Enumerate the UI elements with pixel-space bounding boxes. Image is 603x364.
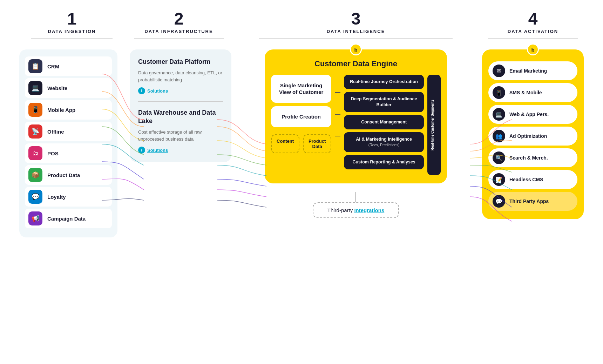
loyalty-label: Loyalty — [47, 194, 66, 200]
pos-icon: 🗂 — [28, 146, 42, 160]
segmentation-box: Deep Segmentation & Audience Builder — [344, 92, 424, 112]
cms-label: Headless CMS — [509, 177, 543, 182]
col2-divider — [134, 38, 224, 39]
platform-title: Customer Data Platform — [138, 58, 223, 66]
warehouse-desc: Cost effective storage of all raw, unpro… — [138, 129, 223, 142]
mobile-icon: 📱 — [28, 103, 42, 117]
content-box: Content — [271, 134, 299, 153]
engine-box: b Customer Data Engine Single Marketing … — [265, 49, 447, 183]
platform-section: Customer Data Platform Data governance, … — [138, 58, 223, 94]
website-icon: 💻 — [28, 81, 42, 95]
col2-number: 2 — [174, 11, 184, 27]
search-label: Search & Merch. — [509, 155, 548, 161]
col3-content: b Customer Data Engine Single Marketing … — [235, 49, 477, 218]
col3-number: 3 — [351, 11, 361, 27]
integrations-section: Third-party Integrations — [238, 192, 473, 218]
realtime-segments: Real-time Customer Segments — [427, 75, 441, 175]
campaign-label: Campaign Data — [47, 216, 86, 222]
col2-title: DATA INFRASTRUCTURE — [144, 29, 213, 34]
single-view-box: Single Marketing View of Customer — [271, 75, 331, 103]
engine-left: Single Marketing View of Customer Profil… — [271, 75, 331, 175]
col3-title: DATA INTELLIGENCE — [327, 29, 385, 34]
integrations-box: Third-party Integrations — [313, 202, 399, 218]
warehouse-solutions-link[interactable]: i Solutions — [138, 147, 223, 154]
list-item: 📱 Mobile App — [25, 100, 112, 120]
columns-header: 1 DATA INGESTION 2 DATA INFRASTRUCTURE 3… — [14, 11, 589, 39]
col4-header: 4 DATA ACTIVATION — [477, 11, 589, 39]
engine-inner: Single Marketing View of Customer Profil… — [271, 75, 441, 175]
list-item: 📦 Product Data — [25, 165, 112, 185]
col2-header: 2 DATA INFRASTRUCTURE — [123, 11, 235, 39]
thirdparty-label: Third Party Apps — [509, 198, 549, 204]
platform-desc: Data governance, data cleansing, ETL, or… — [138, 69, 223, 83]
product-icon: 📦 — [28, 168, 42, 182]
engine-title: Customer Data Engine — [271, 59, 441, 68]
crm-icon: 📋 — [28, 59, 42, 73]
dash-connectors — [335, 75, 340, 175]
list-item: 📋 CRM — [25, 56, 112, 76]
infra-box: Customer Data Platform Data governance, … — [130, 49, 231, 162]
warehouse-title: Data Warehouse and Data Lake — [138, 109, 223, 125]
engine-right: Real-time Journey Orchestration Deep Seg… — [344, 75, 424, 175]
profile-creation-box: Profile Creation — [271, 106, 331, 127]
pos-label: POS — [47, 150, 59, 156]
list-item: 📢 Campaign Data — [25, 209, 112, 228]
product-label: Product Data — [47, 172, 80, 178]
offline-label: Offline — [47, 129, 64, 135]
list-item: 💬 Loyalty — [25, 187, 112, 207]
ai-box: AI & Marketing Intelligence (Recs, Predi… — [344, 132, 424, 153]
list-item: 🗂 POS — [25, 143, 112, 163]
main-content: 📋 CRM 💻 Website 📱 Mobile App 📡 Offline — [14, 49, 589, 350]
list-item: 💻 Website — [25, 78, 112, 98]
activation-badge: b — [527, 43, 539, 55]
campaign-icon: 📢 — [28, 211, 42, 225]
website-label: Website — [47, 85, 67, 91]
webapp-label: Web & App Pers. — [509, 112, 549, 117]
reporting-box: Custom Reporting & Analyses — [344, 155, 424, 169]
page: 1 DATA INGESTION 2 DATA INFRASTRUCTURE 3… — [0, 0, 603, 364]
col4-number: 4 — [528, 11, 538, 27]
loyalty-icon: 💬 — [28, 190, 42, 204]
col3-divider — [259, 38, 453, 39]
engine-bottom: Content Product Data — [271, 134, 331, 153]
col4-divider — [488, 38, 578, 39]
integrations-link[interactable]: Integrations — [354, 207, 384, 213]
journey-box: Real-time Journey Orchestration — [344, 75, 424, 89]
col3-header: 3 DATA INTELLIGENCE — [235, 11, 477, 39]
col4-title: DATA ACTIVATION — [508, 29, 558, 34]
consent-box: Consent Management — [344, 115, 424, 129]
offline-icon: 📡 — [28, 124, 42, 139]
engine-badge: b — [350, 43, 362, 55]
col1-header: 1 DATA INGESTION — [14, 11, 123, 39]
email-label: Email Marketing — [509, 68, 547, 74]
list-item: 📡 Offline — [25, 122, 112, 141]
warehouse-section: Data Warehouse and Data Lake Cost effect… — [138, 101, 223, 154]
sms-label: SMS & Mobile — [509, 90, 542, 95]
col1-divider — [31, 38, 113, 39]
integrations-line — [355, 192, 356, 202]
product-data-box: Product Data — [303, 134, 331, 153]
mobile-label: Mobile App — [47, 107, 75, 113]
col1-title: DATA INGESTION — [48, 29, 96, 34]
crm-label: CRM — [47, 63, 59, 69]
platform-solutions-link[interactable]: i Solutions — [138, 87, 223, 94]
ad-label: Ad Optimization — [509, 133, 547, 139]
col1-number: 1 — [67, 11, 77, 27]
